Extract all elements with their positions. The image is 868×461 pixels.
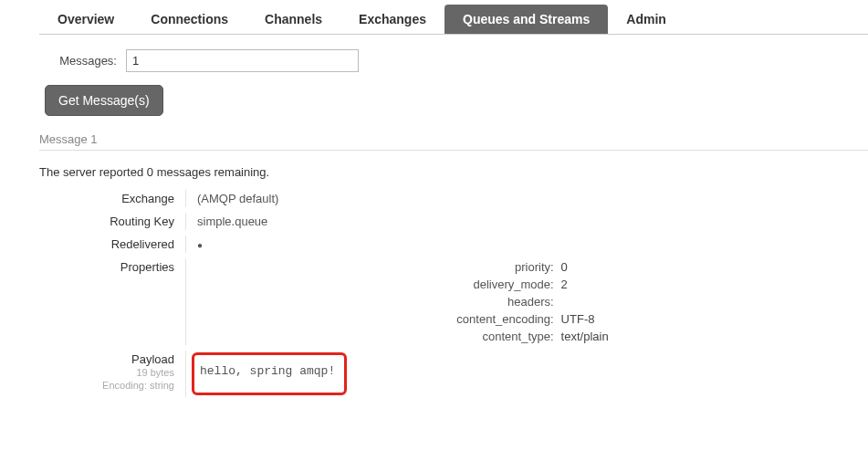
get-messages-button[interactable]: Get Message(s): [45, 85, 163, 116]
prop-content-encoding-val: UTF-8: [561, 312, 868, 326]
prop-headers-key: headers:: [197, 295, 554, 309]
prop-delivery-mode-val: 2: [561, 278, 868, 291]
remaining-info: The server reported 0 messages remaining…: [39, 165, 868, 179]
messages-row: Messages:: [39, 49, 868, 72]
routing-key-label: Routing Key: [39, 213, 185, 230]
routing-key-value: simple.queue: [185, 213, 868, 230]
redelivered-label: Redelivered: [39, 236, 185, 253]
exchange-label: Exchange: [39, 190, 185, 207]
payload-label-cell: Payload 19 bytes Encoding: string: [39, 351, 185, 397]
message-details: Exchange (AMQP default) Routing Key simp…: [39, 190, 868, 397]
props-table: priority: 0 delivery_mode: 2 headers: co…: [197, 260, 868, 343]
tab-overview[interactable]: Overview: [39, 5, 132, 34]
remaining-suffix: messages remaining.: [153, 165, 269, 179]
redelivered-dot-icon: ●: [197, 240, 203, 250]
properties-value: priority: 0 delivery_mode: 2 headers: co…: [185, 258, 868, 345]
message-heading: Message 1: [39, 132, 868, 151]
main-content: Messages: Get Message(s) Message 1 The s…: [39, 42, 868, 397]
tab-channels[interactable]: Channels: [246, 5, 340, 34]
prop-delivery-mode-key: delivery_mode:: [197, 278, 554, 291]
top-tabs: Overview Connections Channels Exchanges …: [39, 5, 868, 35]
messages-label: Messages:: [39, 54, 117, 68]
payload-label: Payload: [39, 352, 174, 366]
prop-content-encoding-key: content_encoding:: [197, 312, 554, 326]
remaining-prefix: The server reported: [39, 165, 147, 179]
tab-connections[interactable]: Connections: [132, 5, 246, 34]
tab-admin[interactable]: Admin: [608, 5, 685, 34]
exchange-value: (AMQP default): [185, 190, 868, 207]
messages-input[interactable]: [126, 49, 359, 72]
payload-size: 19 bytes: [39, 366, 174, 379]
redelivered-value: ●: [185, 236, 868, 253]
tab-exchanges[interactable]: Exchanges: [340, 5, 444, 34]
tab-queues-and-streams[interactable]: Queues and Streams: [444, 5, 608, 34]
prop-priority-key: priority:: [197, 260, 554, 274]
payload-content: hello, spring amqp!: [192, 352, 347, 395]
prop-priority-val: 0: [561, 260, 868, 274]
prop-content-type-key: content_type:: [197, 330, 554, 343]
payload-encoding: Encoding: string: [39, 379, 174, 392]
properties-label: Properties: [39, 258, 185, 345]
remaining-count: 0: [147, 165, 153, 179]
prop-headers-val: [561, 295, 868, 309]
payload-value-cell: hello, spring amqp!: [185, 351, 868, 397]
prop-content-type-val: text/plain: [561, 330, 868, 343]
